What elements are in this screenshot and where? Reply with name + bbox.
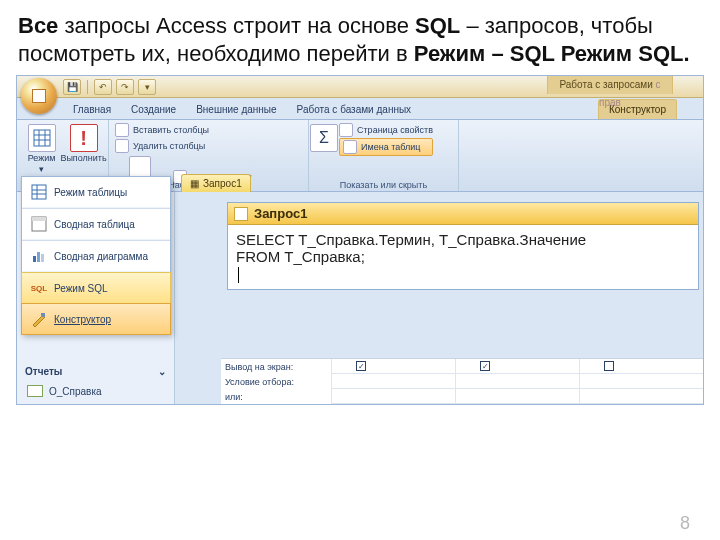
report-icon [27, 385, 43, 397]
totals-button[interactable]: Σ [313, 122, 335, 156]
grid-cell[interactable] [579, 374, 703, 389]
grid-cell[interactable]: ✓ [455, 359, 579, 374]
slide-heading: Все запросы Access строит на основе SQL … [0, 0, 720, 69]
insert-col-icon [115, 123, 129, 137]
datasheet-icon [30, 183, 48, 201]
menu-label: Сводная диаграмма [54, 251, 148, 262]
checkbox-icon[interactable] [604, 361, 614, 371]
menu-label: Режим таблицы [54, 187, 127, 198]
checkbox-checked-icon[interactable]: ✓ [356, 361, 366, 371]
insert-cols-button[interactable]: Вставить столбцы [115, 122, 209, 138]
propsheet-icon [339, 123, 353, 137]
grid-row-show: Вывод на экран: [221, 359, 331, 374]
sql-window-title: Запрос1 [254, 206, 307, 221]
prop-sheet-button[interactable]: Страница свойств [339, 122, 433, 138]
group-label: Показать или скрыть [309, 180, 458, 190]
query-icon: ▦ [190, 178, 199, 189]
qat-redo-button[interactable]: ↷ [116, 79, 134, 95]
run-icon: ! [70, 124, 98, 152]
svg-rect-15 [41, 313, 45, 317]
qat-more-button[interactable]: ▾ [138, 79, 156, 95]
sql-icon: SQL [30, 279, 48, 297]
grid-cell[interactable] [331, 389, 455, 404]
grid-cell[interactable] [455, 389, 579, 404]
context-tab-title: Работа с запросами с прав [547, 76, 673, 94]
nav-section[interactable]: Отчеты ⌄ [17, 362, 174, 381]
tab-external[interactable]: Внешние данные [186, 100, 286, 119]
show-table-icon [129, 156, 151, 178]
menu-label: Сводная таблица [54, 219, 135, 230]
delete-cols-button[interactable]: Удалить столбцы [115, 138, 205, 154]
qat-save-button[interactable]: 💾 [63, 79, 81, 95]
grid-cell[interactable] [579, 389, 703, 404]
grid-row-or: или: [221, 389, 331, 404]
t: Режим – SQL Режим SQL. [414, 41, 690, 66]
tab-dbtools[interactable]: Работа с базами данных [287, 100, 422, 119]
query-icon [234, 207, 248, 221]
title-bar: 💾 ↶ ↷ ▾ Работа с запросами с прав [17, 76, 703, 98]
run-button[interactable]: ! Выполнить [63, 122, 105, 174]
pivot-chart-icon [30, 247, 48, 265]
menu-label: Режим SQL [54, 283, 108, 294]
sigma-icon: Σ [310, 124, 338, 152]
document-tab[interactable]: ▦Запрос1 [181, 174, 251, 192]
t: запросы Access строит на основе [58, 13, 415, 38]
sql-window-titlebar[interactable]: Запрос1 [228, 203, 698, 225]
qbe-grid: Вывод на экран: ✓ ✓ Условие отбора: или: [221, 358, 703, 404]
qat-sep [87, 80, 88, 94]
office-button[interactable] [21, 78, 57, 114]
svg-rect-5 [32, 185, 46, 199]
t: Все [18, 13, 58, 38]
sql-line: SELECT Т_Справка.Термин, Т_Справка.Значе… [236, 231, 690, 248]
work-area: ▦Запрос1 Запрос1 SELECT Т_Справка.Термин… [175, 192, 703, 404]
grid-cell[interactable] [331, 374, 455, 389]
tablenames-icon [343, 140, 357, 154]
svg-rect-13 [41, 254, 44, 262]
text-cursor [238, 267, 239, 283]
menu-pivot-table[interactable]: Сводная таблица [22, 209, 170, 240]
tab-home[interactable]: Главная [63, 100, 121, 119]
svg-rect-0 [34, 130, 50, 146]
design-icon [30, 310, 48, 328]
sql-editor[interactable]: SELECT Т_Справка.Термин, Т_Справка.Значе… [228, 225, 698, 289]
sql-window: Запрос1 SELECT Т_Справка.Термин, Т_Справ… [227, 202, 699, 290]
menu-sql-view[interactable]: SQL Режим SQL [21, 272, 171, 304]
nav-item-report[interactable]: О_Справка [17, 381, 174, 401]
menu-datasheet-view[interactable]: Режим таблицы [22, 177, 170, 208]
grid-row-criteria: Условие отбора: [221, 374, 331, 389]
checkbox-checked-icon[interactable]: ✓ [480, 361, 490, 371]
access-window: 💾 ↶ ↷ ▾ Работа с запросами с прав Главна… [16, 75, 704, 405]
tab-create[interactable]: Создание [121, 100, 186, 119]
t: SQL [415, 13, 460, 38]
grid-cell[interactable] [579, 359, 703, 374]
datasheet-icon [28, 124, 56, 152]
table-names-button[interactable]: Имена таблиц [339, 138, 433, 156]
pivot-table-icon [30, 215, 48, 233]
mode-button[interactable]: Режим▾ [21, 122, 63, 174]
svg-rect-12 [37, 252, 40, 262]
sql-line: FROM Т_Справка; [236, 248, 690, 265]
menu-pivot-chart[interactable]: Сводная диаграмма [22, 241, 170, 272]
office-logo-icon [32, 89, 46, 103]
qat-undo-button[interactable]: ↶ [94, 79, 112, 95]
view-mode-menu: Режим таблицы Сводная таблица Сводная ди… [21, 176, 171, 335]
svg-rect-10 [32, 217, 46, 221]
grid-cell[interactable]: ✓ [331, 359, 455, 374]
grid-cell[interactable] [455, 374, 579, 389]
menu-label: Конструктор [54, 314, 111, 325]
menu-design-view[interactable]: Конструктор [21, 303, 171, 335]
svg-rect-11 [33, 256, 36, 262]
delete-col-icon [115, 139, 129, 153]
